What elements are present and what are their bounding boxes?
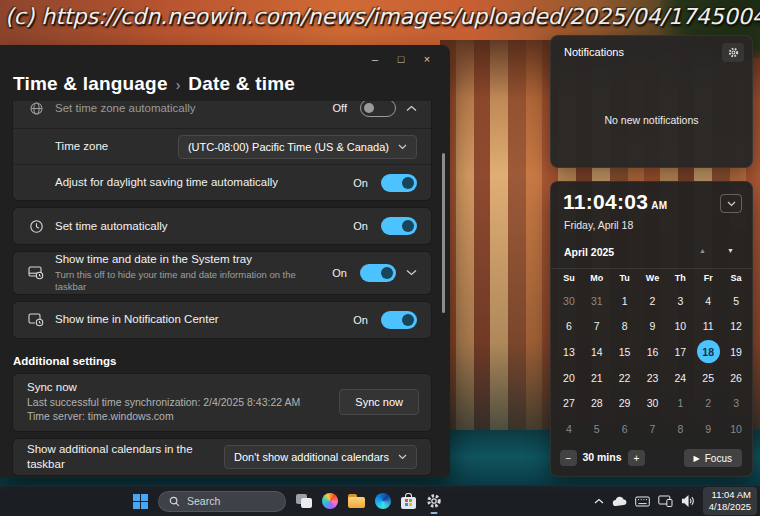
calendar-day[interactable]: 6 — [555, 314, 583, 340]
calendar-day[interactable]: 6 — [611, 416, 639, 442]
calendar-day[interactable]: 1 — [611, 288, 639, 314]
notification-center-row: Show time in Notification Center On — [13, 302, 431, 338]
calendar-day[interactable]: 8 — [611, 314, 639, 340]
calendar-day[interactable]: 2 — [639, 288, 667, 314]
calendar-day[interactable]: 3 — [666, 288, 694, 314]
calendar-separator — [551, 268, 752, 269]
calendar-day[interactable]: 24 — [666, 365, 694, 391]
calendar-day[interactable]: 10 — [722, 416, 750, 442]
calendar-day[interactable]: 26 — [722, 365, 750, 391]
calendar-day[interactable]: 15 — [611, 339, 639, 365]
timezone-dropdown[interactable]: (UTC-08:00) Pacific Time (US & Canada) — [178, 135, 417, 159]
calendar-day[interactable]: 7 — [583, 314, 611, 340]
calendar-day[interactable]: 7 — [639, 416, 667, 442]
calendar-day[interactable]: 8 — [666, 416, 694, 442]
calendar-day[interactable]: 20 — [555, 365, 583, 391]
notification-settings-button[interactable] — [722, 43, 744, 62]
sync-now-button[interactable]: Sync now — [339, 389, 419, 415]
breadcrumb-parent[interactable]: Time & language — [13, 73, 168, 95]
calendar-day[interactable]: 19 — [722, 339, 750, 365]
timezone-auto-toggle[interactable] — [360, 101, 396, 117]
chevron-down-icon[interactable] — [406, 269, 417, 276]
timezone-auto-label: Set time zone automatically — [55, 101, 323, 115]
settings-app-button[interactable] — [426, 486, 442, 516]
focus-increase-button[interactable]: + — [628, 450, 645, 466]
dow-th: Th — [666, 273, 694, 283]
calendar-day[interactable]: 22 — [611, 365, 639, 391]
timezone-globe-icon — [27, 101, 45, 116]
calendar-day[interactable]: 10 — [666, 314, 694, 340]
chevron-up-icon[interactable] — [406, 105, 417, 112]
gear-icon — [426, 493, 442, 509]
timezone-auto-row[interactable]: Set time zone automatically Off — [13, 101, 431, 128]
close-button[interactable]: × — [414, 50, 440, 68]
calendar-day-selected[interactable]: 18 — [694, 339, 722, 365]
calendar-day[interactable]: 11 — [694, 314, 722, 340]
calendar-month-label[interactable]: April 2025 — [564, 246, 614, 258]
notification-center-state: On — [353, 314, 368, 326]
clock-date: Friday, April 18 — [564, 219, 633, 231]
file-explorer-button[interactable] — [348, 486, 365, 516]
system-tray-description: Turn this off to hide your time and date… — [55, 269, 322, 294]
touch-keyboard-icon[interactable] — [635, 496, 650, 507]
copilot-button[interactable] — [322, 486, 338, 516]
focus-start-button[interactable]: ▶ Focus — [684, 449, 742, 467]
additional-calendars-dropdown[interactable]: Don't show additional calendars — [224, 445, 417, 469]
calendar-day[interactable]: 2 — [694, 390, 722, 416]
onedrive-cloud-icon[interactable] — [612, 496, 627, 507]
edge-button[interactable] — [375, 486, 391, 516]
calendar-next-month-icon[interactable]: ▼ — [727, 247, 734, 254]
system-tray-toggle[interactable] — [360, 264, 396, 282]
system-tray: 11:04 AM 4/18/2025 — [594, 486, 757, 516]
calendar-day[interactable]: 3 — [722, 390, 750, 416]
calendar-day[interactable]: 21 — [583, 365, 611, 391]
calendar-day[interactable]: 1 — [666, 390, 694, 416]
taskbar-search[interactable]: Search — [158, 491, 286, 512]
calendar-day[interactable]: 31 — [583, 288, 611, 314]
calendar-day[interactable]: 30 — [639, 390, 667, 416]
calendar-day[interactable]: 12 — [722, 314, 750, 340]
calendar-day[interactable]: 13 — [555, 339, 583, 365]
breadcrumb-separator-icon: › — [176, 77, 181, 93]
additional-calendars-card: Show additional calendars in the taskbar… — [12, 438, 432, 476]
set-time-auto-toggle[interactable] — [381, 217, 417, 235]
speaker-icon[interactable] — [681, 495, 695, 507]
calendar-day[interactable]: 27 — [555, 390, 583, 416]
calendar-day[interactable]: 9 — [639, 314, 667, 340]
calendar-day[interactable]: 5 — [722, 288, 750, 314]
collapse-calendar-button[interactable] — [720, 194, 742, 213]
tray-clock[interactable]: 11:04 AM 4/18/2025 — [703, 487, 757, 516]
calendar-day[interactable]: 4 — [555, 416, 583, 442]
calendar-day[interactable]: 16 — [639, 339, 667, 365]
calendar-day[interactable]: 23 — [639, 365, 667, 391]
maximize-button[interactable]: □ — [388, 50, 414, 68]
dow-su: Su — [555, 273, 583, 283]
calendar-day[interactable]: 25 — [694, 365, 722, 391]
system-tray-row[interactable]: Show time and date in the System tray Tu… — [13, 252, 431, 294]
timezone-auto-state: Off — [333, 102, 347, 114]
dow-fr: Fr — [694, 273, 722, 283]
calendar-day[interactable]: 9 — [694, 416, 722, 442]
task-view-button[interactable] — [296, 486, 312, 516]
microsoft-store-button[interactable] — [401, 486, 416, 516]
start-button[interactable] — [133, 486, 148, 516]
settings-scrollbar[interactable] — [442, 153, 445, 313]
calendar-day[interactable]: 5 — [583, 416, 611, 442]
calendar-day[interactable]: 29 — [611, 390, 639, 416]
hidden-icons-chevron-icon[interactable] — [594, 498, 604, 504]
set-time-auto-label: Set time automatically — [55, 219, 343, 234]
calendar-day[interactable]: 28 — [583, 390, 611, 416]
search-icon — [169, 496, 180, 507]
minimize-button[interactable]: – — [362, 50, 388, 68]
calendar-day[interactable]: 4 — [694, 288, 722, 314]
notification-center-toggle[interactable] — [381, 311, 417, 329]
dst-toggle[interactable] — [381, 174, 417, 192]
calendar-day[interactable]: 30 — [555, 288, 583, 314]
focus-decrease-button[interactable]: − — [560, 450, 577, 466]
display-cast-icon[interactable] — [658, 495, 673, 507]
calendar-prev-month-icon[interactable]: ▲ — [699, 247, 706, 254]
tray-time: 11:04 AM — [709, 489, 751, 501]
dst-label: Adjust for daylight saving time automati… — [55, 175, 343, 190]
calendar-day[interactable]: 14 — [583, 339, 611, 365]
calendar-day[interactable]: 17 — [666, 339, 694, 365]
